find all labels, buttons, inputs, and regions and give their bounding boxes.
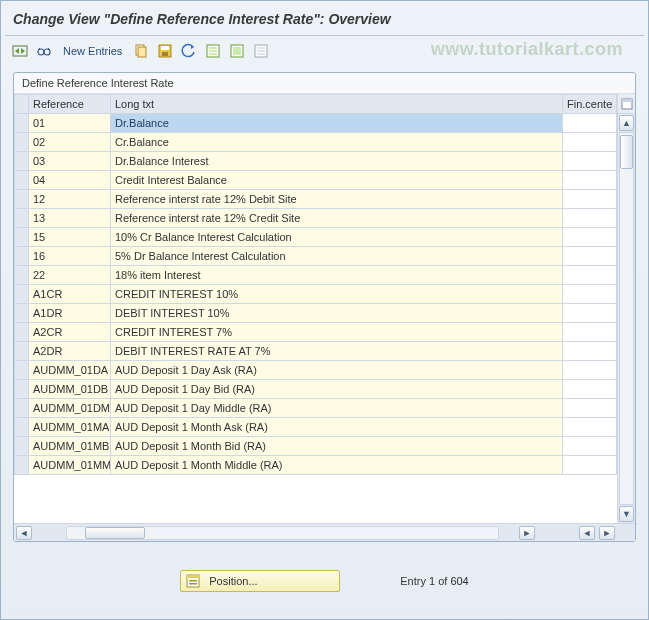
table-row[interactable]: 02Cr.Balance: [15, 133, 617, 152]
cell-fin-center[interactable]: [563, 114, 617, 133]
table-row[interactable]: AUDMM_01MAAUD Deposit 1 Month Ask (RA): [15, 418, 617, 437]
row-selector[interactable]: [15, 228, 29, 247]
undo-icon[interactable]: [180, 42, 198, 60]
cell-fin-center[interactable]: [563, 437, 617, 456]
cell-reference[interactable]: 12: [29, 190, 111, 209]
cell-long-txt[interactable]: CREDIT INTEREST 10%: [111, 285, 563, 304]
table-row[interactable]: A2DRDEBIT INTEREST RATE AT 7%: [15, 342, 617, 361]
row-selector-header[interactable]: [15, 95, 29, 114]
table-row[interactable]: 165% Dr Balance Interest Calculation: [15, 247, 617, 266]
cell-fin-center[interactable]: [563, 209, 617, 228]
cell-fin-center[interactable]: [563, 456, 617, 475]
row-selector[interactable]: [15, 152, 29, 171]
vertical-scrollbar[interactable]: ▲ ▼: [617, 94, 635, 523]
cell-fin-center[interactable]: [563, 323, 617, 342]
row-selector[interactable]: [15, 399, 29, 418]
cell-reference[interactable]: 15: [29, 228, 111, 247]
table-row[interactable]: 2218% item Interest: [15, 266, 617, 285]
col-reference[interactable]: Reference: [29, 95, 111, 114]
row-selector[interactable]: [15, 247, 29, 266]
row-selector[interactable]: [15, 361, 29, 380]
cell-long-txt[interactable]: AUD Deposit 1 Day Ask (RA): [111, 361, 563, 380]
cell-reference[interactable]: AUDMM_01DM: [29, 399, 111, 418]
scroll-down-button[interactable]: ▼: [619, 506, 634, 522]
cell-long-txt[interactable]: AUD Deposit 1 Day Middle (RA): [111, 399, 563, 418]
cell-fin-center[interactable]: [563, 285, 617, 304]
table-row[interactable]: AUDMM_01MMAUD Deposit 1 Month Middle (RA…: [15, 456, 617, 475]
row-selector[interactable]: [15, 304, 29, 323]
cell-fin-center[interactable]: [563, 380, 617, 399]
cell-fin-center[interactable]: [563, 247, 617, 266]
scroll-left-button[interactable]: ◄: [16, 526, 32, 540]
table-config-icon[interactable]: [618, 94, 635, 114]
cell-fin-center[interactable]: [563, 418, 617, 437]
cell-reference[interactable]: 01: [29, 114, 111, 133]
cell-reference[interactable]: 03: [29, 152, 111, 171]
col-long-txt[interactable]: Long txt: [111, 95, 563, 114]
row-selector[interactable]: [15, 190, 29, 209]
scroll-thumb-vertical[interactable]: [620, 135, 633, 169]
cell-fin-center[interactable]: [563, 304, 617, 323]
cell-reference[interactable]: A2CR: [29, 323, 111, 342]
scroll-up-button[interactable]: ▲: [619, 115, 634, 131]
cell-long-txt[interactable]: AUD Deposit 1 Month Bid (RA): [111, 437, 563, 456]
cell-long-txt[interactable]: AUD Deposit 1 Day Bid (RA): [111, 380, 563, 399]
table-row[interactable]: 04Credit Interest Balance: [15, 171, 617, 190]
save-icon[interactable]: [156, 42, 174, 60]
cell-fin-center[interactable]: [563, 228, 617, 247]
cell-reference[interactable]: 13: [29, 209, 111, 228]
scroll-right-button-2[interactable]: ►: [599, 526, 615, 540]
cell-fin-center[interactable]: [563, 190, 617, 209]
horizontal-scrollbar[interactable]: ◄ ► ◄ ►: [14, 523, 635, 541]
cell-long-txt[interactable]: Dr.Balance: [111, 114, 563, 133]
table-row[interactable]: AUDMM_01DMAUD Deposit 1 Day Middle (RA): [15, 399, 617, 418]
cell-long-txt[interactable]: 18% item Interest: [111, 266, 563, 285]
row-selector[interactable]: [15, 342, 29, 361]
cell-reference[interactable]: 04: [29, 171, 111, 190]
cell-reference[interactable]: AUDMM_01MM: [29, 456, 111, 475]
cell-fin-center[interactable]: [563, 361, 617, 380]
cell-long-txt[interactable]: Cr.Balance: [111, 133, 563, 152]
table-row[interactable]: AUDMM_01DBAUD Deposit 1 Day Bid (RA): [15, 380, 617, 399]
row-selector[interactable]: [15, 285, 29, 304]
new-entries-button[interactable]: New Entries: [59, 45, 126, 57]
table-row[interactable]: AUDMM_01DAAUD Deposit 1 Day Ask (RA): [15, 361, 617, 380]
cell-long-txt[interactable]: Dr.Balance Interest: [111, 152, 563, 171]
select-all-icon[interactable]: [204, 42, 222, 60]
cell-reference[interactable]: AUDMM_01MA: [29, 418, 111, 437]
row-selector[interactable]: [15, 418, 29, 437]
table-row[interactable]: A2CRCREDIT INTEREST 7%: [15, 323, 617, 342]
cell-long-txt[interactable]: Credit Interest Balance: [111, 171, 563, 190]
cell-long-txt[interactable]: DEBIT INTEREST RATE AT 7%: [111, 342, 563, 361]
table-row[interactable]: AUDMM_01MBAUD Deposit 1 Month Bid (RA): [15, 437, 617, 456]
scroll-right-button[interactable]: ►: [519, 526, 535, 540]
scroll-thumb-horizontal[interactable]: [85, 527, 145, 539]
cell-fin-center[interactable]: [563, 266, 617, 285]
cell-reference[interactable]: AUDMM_01DB: [29, 380, 111, 399]
position-button[interactable]: Position...: [180, 570, 340, 592]
cell-reference[interactable]: 22: [29, 266, 111, 285]
col-fin-center[interactable]: Fin.cente: [563, 95, 617, 114]
table-row[interactable]: 03Dr.Balance Interest: [15, 152, 617, 171]
cell-long-txt[interactable]: Reference interst rate 12% Credit Site: [111, 209, 563, 228]
cell-reference[interactable]: 02: [29, 133, 111, 152]
row-selector[interactable]: [15, 323, 29, 342]
cell-fin-center[interactable]: [563, 152, 617, 171]
cell-long-txt[interactable]: CREDIT INTEREST 7%: [111, 323, 563, 342]
deselect-icon[interactable]: [252, 42, 270, 60]
cell-fin-center[interactable]: [563, 171, 617, 190]
row-selector[interactable]: [15, 133, 29, 152]
cell-long-txt[interactable]: 10% Cr Balance Interest Calculation: [111, 228, 563, 247]
table-row[interactable]: 12Reference interst rate 12% Debit Site: [15, 190, 617, 209]
row-selector[interactable]: [15, 456, 29, 475]
row-selector[interactable]: [15, 171, 29, 190]
table-row[interactable]: A1CRCREDIT INTEREST 10%: [15, 285, 617, 304]
cell-long-txt[interactable]: Reference interst rate 12% Debit Site: [111, 190, 563, 209]
row-selector[interactable]: [15, 380, 29, 399]
scroll-left-button-2[interactable]: ◄: [579, 526, 595, 540]
cell-reference[interactable]: A1CR: [29, 285, 111, 304]
cell-fin-center[interactable]: [563, 399, 617, 418]
table-row[interactable]: A1DRDEBIT INTEREST 10%: [15, 304, 617, 323]
cell-fin-center[interactable]: [563, 342, 617, 361]
cell-reference[interactable]: A2DR: [29, 342, 111, 361]
